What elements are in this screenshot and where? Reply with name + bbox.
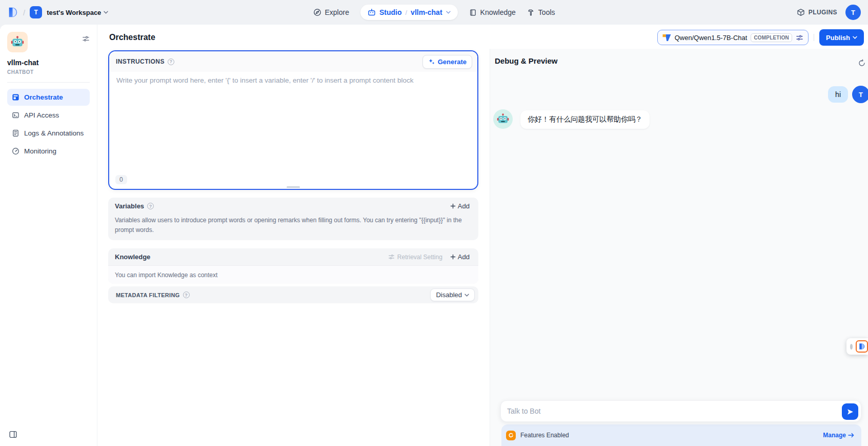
dify-logo[interactable] — [7, 7, 18, 18]
sidebar-item-monitoring[interactable]: Monitoring — [7, 143, 90, 160]
app-settings-icon[interactable] — [82, 35, 90, 43]
arrow-right-icon — [848, 433, 854, 438]
debug-preview-title: Debug & Preview — [495, 56, 558, 65]
chevron-down-icon — [465, 294, 469, 297]
generate-button[interactable]: Generate — [422, 55, 472, 69]
bot-chat-avatar — [493, 109, 513, 129]
widget-logo-icon — [856, 340, 868, 353]
book-icon — [469, 9, 477, 16]
model-name: Qwen/Qwen1.5-7B-Chat — [675, 34, 748, 42]
chat-message-user: hi T — [828, 86, 868, 103]
info-icon[interactable] — [168, 59, 174, 65]
package-icon — [797, 8, 805, 16]
restart-conversation-icon[interactable] — [858, 59, 866, 67]
nav-knowledge[interactable]: Knowledge — [469, 8, 516, 16]
info-icon[interactable] — [183, 292, 190, 298]
add-variable-button[interactable]: Add — [448, 201, 472, 211]
retrieval-setting-label: Retrieval Setting — [397, 254, 442, 261]
sliders-icon — [388, 254, 395, 260]
nav-explore[interactable]: Explore — [313, 8, 349, 16]
instructions-title: INSTRUCTIONS — [116, 58, 165, 65]
top-nav: / T test's Workspace Explore Studio / vl… — [0, 0, 868, 25]
publish-button[interactable]: Publish — [819, 29, 864, 46]
user-avatar[interactable]: T — [845, 5, 861, 20]
divider — [814, 34, 814, 41]
page-title: Orchestrate — [109, 33, 155, 42]
add-knowledge-button[interactable]: Add — [448, 251, 472, 262]
instructions-panel: INSTRUCTIONS Generate 0 — [108, 50, 478, 190]
terminal-icon — [12, 111, 19, 119]
sidebar-item-label: Logs & Annotations — [24, 129, 84, 137]
nav-tools[interactable]: Tools — [527, 8, 555, 16]
nav-studio-pill[interactable]: Studio / vllm-chat — [360, 5, 458, 20]
robot-emoji-icon — [497, 113, 509, 125]
add-label: Add — [458, 253, 470, 261]
robot-emoji-icon — [11, 35, 24, 49]
workspace-selector[interactable]: test's Workspace — [47, 9, 108, 16]
hammer-icon — [527, 9, 535, 16]
nav-plugins[interactable]: PLUGINS — [797, 8, 837, 16]
nav-studio-app-name: vllm-chat — [411, 8, 442, 16]
content-wrapper: vllm-chat CHATBOT Orchestrate API Access… — [0, 25, 868, 446]
gauge-icon — [12, 147, 19, 155]
send-button[interactable] — [842, 403, 858, 420]
features-label: Features Enabled — [520, 432, 569, 439]
sparkles-icon — [428, 58, 435, 65]
divider — [7, 82, 90, 83]
variables-description: Variables allow users to introduce promp… — [108, 215, 478, 235]
compass-icon — [313, 8, 321, 16]
chevron-down-icon — [446, 11, 451, 14]
generate-label: Generate — [438, 58, 467, 66]
orchestrate-icon — [12, 93, 19, 101]
app-type-badge: CHATBOT — [7, 69, 90, 75]
sidebar-item-api-access[interactable]: API Access — [7, 107, 90, 124]
nav-knowledge-label: Knowledge — [480, 8, 516, 16]
pill-slash: / — [405, 9, 407, 16]
chat-message-assistant: 你好！有什么问题我可以帮助你吗？ — [493, 109, 650, 129]
vllm-logo-icon — [662, 34, 671, 42]
char-count: 0 — [115, 175, 127, 184]
instructions-input[interactable] — [109, 72, 477, 159]
model-config-sliders-icon[interactable] — [796, 34, 803, 42]
chat-input-container — [500, 400, 861, 422]
resize-handle[interactable] — [287, 186, 300, 188]
retrieval-setting-button[interactable]: Retrieval Setting — [388, 254, 442, 261]
variables-title: Variables — [115, 202, 144, 210]
robot-icon — [368, 8, 376, 16]
info-icon[interactable] — [147, 203, 154, 209]
sidebar-item-label: API Access — [24, 111, 59, 119]
chat-input[interactable] — [507, 407, 837, 415]
debug-preview-panel: Debug & Preview hi T 你好！有什么问题我可以帮助你吗？ — [490, 49, 868, 446]
plus-icon — [450, 203, 456, 209]
metadata-filtering-dropdown[interactable]: Disabled — [430, 288, 475, 301]
nav-studio-label: Studio — [379, 8, 402, 16]
sidebar-item-label: Monitoring — [24, 147, 56, 155]
breadcrumb-slash: / — [23, 8, 25, 17]
manage-features-link[interactable]: Manage — [823, 432, 854, 439]
knowledge-description: You can import Knowledge as context — [108, 265, 478, 284]
metadata-filtering-section: METADATA FILTERING Disabled — [108, 286, 478, 303]
widget-dot — [850, 344, 853, 350]
nav-explore-label: Explore — [325, 8, 349, 16]
collapse-sidebar-icon[interactable] — [9, 430, 17, 439]
metadata-filtering-value: Disabled — [436, 291, 462, 299]
sidebar-item-logs-annotations[interactable]: Logs & Annotations — [7, 125, 90, 142]
features-bar: Features Enabled Manage — [501, 424, 861, 446]
add-label: Add — [458, 202, 470, 210]
features-icon — [506, 431, 516, 440]
knowledge-title: Knowledge — [115, 253, 150, 261]
document-icon — [12, 129, 19, 137]
main-header: Orchestrate Qwen/Qwen1.5-7B-Chat COMPLET… — [97, 25, 868, 50]
app-icon[interactable] — [7, 32, 28, 52]
workspace-avatar[interactable]: T — [30, 6, 42, 18]
model-selector[interactable]: Qwen/Qwen1.5-7B-Chat COMPLETION — [657, 30, 809, 45]
sidebar-item-orchestrate[interactable]: Orchestrate — [7, 89, 90, 106]
floating-extension-widget[interactable] — [846, 338, 868, 355]
nav-tools-label: Tools — [538, 8, 555, 16]
chevron-down-icon — [104, 11, 108, 14]
app-sidebar: vllm-chat CHATBOT Orchestrate API Access… — [0, 25, 97, 446]
assistant-message-bubble: 你好！有什么问题我可以帮助你吗？ — [520, 110, 650, 129]
user-message-bubble: hi — [828, 86, 848, 103]
orchestrate-column: INSTRUCTIONS Generate 0 Variables Add — [108, 50, 478, 303]
publish-label: Publish — [826, 34, 850, 42]
